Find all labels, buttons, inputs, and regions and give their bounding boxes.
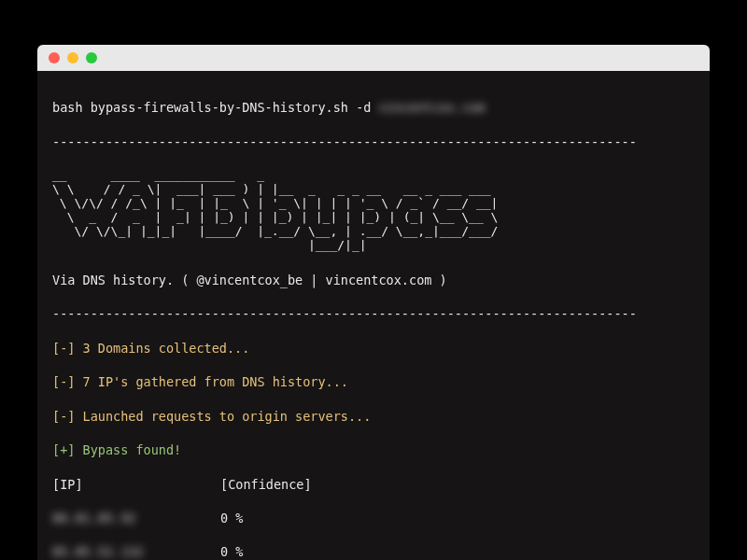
table-row: 80.81.85.920 % <box>52 510 695 526</box>
status-text: 7 IP's gathered from DNS history... <box>75 374 348 389</box>
status-prefix: [-] <box>52 374 75 389</box>
status-bypass-found: [+] Bypass found! <box>52 441 695 458</box>
domain-argument: vincentcox.com <box>379 99 486 116</box>
ascii-banner: __ ____ ___________ _ \ \ / / _ \| ___| … <box>52 169 695 253</box>
terminal-window: bash bypass-firewalls-by-DNS-history.sh … <box>37 45 710 560</box>
flag: -d <box>356 100 371 115</box>
separator-bottom: ----------------------------------------… <box>52 305 695 322</box>
maximize-icon[interactable] <box>86 52 97 63</box>
status-text: Bypass found! <box>75 442 181 457</box>
status-prefix: [-] <box>52 409 75 424</box>
header-confidence: [Confidence] <box>220 476 332 493</box>
confidence-value: 0 % <box>220 510 332 526</box>
terminal-output: bash bypass-firewalls-by-DNS-history.sh … <box>37 71 710 560</box>
status-text: 3 Domains collected... <box>75 341 249 356</box>
command-line: bash bypass-firewalls-by-DNS-history.sh … <box>52 99 695 116</box>
status-launched: [-] Launched requests to origin servers.… <box>52 408 695 425</box>
window-titlebar <box>37 45 710 71</box>
table-row: 85.85.52.1320 % <box>52 543 695 560</box>
status-prefix: [+] <box>52 442 75 457</box>
separator-top: ----------------------------------------… <box>52 133 695 150</box>
status-prefix: [-] <box>52 341 75 356</box>
ip-value: 80.81.85.92 <box>52 510 135 526</box>
header-ip: [IP] <box>52 476 220 493</box>
ip-value: 85.85.52.132 <box>52 543 144 560</box>
status-ips: [-] 7 IP's gathered from DNS history... <box>52 373 695 390</box>
subtitle: Via DNS history. ( @vincentcox_be | vinc… <box>52 272 695 288</box>
status-domains: [-] 3 Domains collected... <box>52 340 695 357</box>
shell-name: bash <box>52 100 83 115</box>
confidence-value: 0 % <box>220 543 332 560</box>
minimize-icon[interactable] <box>67 52 78 63</box>
table-header: [IP][Confidence] <box>52 476 695 493</box>
script-name: bypass-firewalls-by-DNS-history.sh <box>91 100 348 115</box>
close-icon[interactable] <box>49 52 60 63</box>
status-text: Launched requests to origin servers... <box>75 409 371 424</box>
